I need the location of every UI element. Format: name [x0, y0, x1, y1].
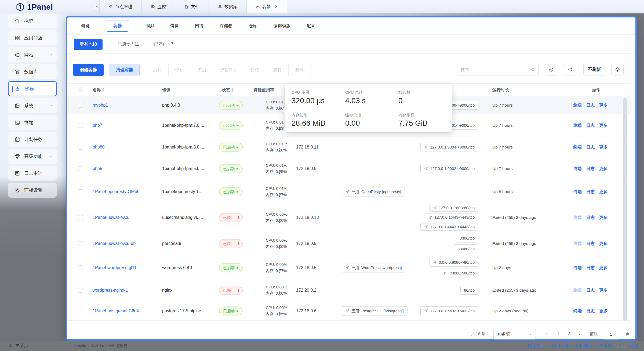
- sidebar-item-高级功能[interactable]: 高级功能: [8, 149, 57, 164]
- container-name-link[interactable]: php5: [93, 166, 160, 171]
- sidebar-item-终端[interactable]: 终端: [8, 115, 57, 130]
- terminal-link[interactable]: 终端: [573, 287, 582, 293]
- row-checkbox[interactable]: [78, 215, 83, 220]
- logs-link[interactable]: 日志: [586, 241, 595, 246]
- app-tag[interactable]: 应用: PostgreSQL [postgresql]: [342, 306, 407, 316]
- container-name-link[interactable]: myphp1: [93, 103, 160, 108]
- more-link[interactable]: 更多: [599, 122, 607, 128]
- footer-link-专业版[interactable]: 专业版: [599, 343, 612, 349]
- create-container-button[interactable]: 创建容器: [73, 64, 104, 76]
- terminal-link[interactable]: 终端: [573, 144, 582, 150]
- tab-镜像[interactable]: 镜像: [170, 23, 179, 29]
- logs-link[interactable]: 日志: [586, 308, 595, 314]
- more-stats-icon[interactable]: [279, 291, 280, 296]
- row-checkbox[interactable]: [78, 309, 83, 313]
- batch-删除-button[interactable]: 删除: [288, 64, 311, 76]
- container-name-link[interactable]: 1Panel-wordpress-gl11: [93, 265, 160, 270]
- terminal-link[interactable]: 终端: [573, 265, 582, 270]
- logs-link[interactable]: 日志: [586, 166, 595, 171]
- logs-link[interactable]: 日志: [586, 265, 595, 270]
- more-link[interactable]: 更多: [599, 166, 607, 171]
- more-stats-icon[interactable]: [279, 170, 280, 174]
- batch-恢复-button[interactable]: 恢复: [266, 64, 288, 76]
- tab-概览[interactable]: 概览: [81, 23, 90, 29]
- terminal-link[interactable]: 终端: [573, 166, 582, 171]
- port-tag[interactable]: :::8080->80/tcp: [439, 269, 478, 277]
- refresh-button[interactable]: [564, 64, 576, 75]
- select-all-checkbox[interactable]: [78, 88, 83, 92]
- logs-link[interactable]: 日志: [586, 287, 595, 293]
- port-tag[interactable]: 127.0.0.1:9004->9000/tcp: [420, 143, 478, 151]
- more-stats-icon[interactable]: [279, 148, 280, 153]
- more-stats-icon[interactable]: [279, 219, 280, 223]
- page-number-2[interactable]: 2: [568, 331, 570, 336]
- container-name-link[interactable]: 1Panel-uuwaf-evxu-db: [93, 241, 160, 246]
- sidebar-item-日志审计[interactable]: 日志审计: [8, 166, 57, 181]
- batch-重启-button[interactable]: 重启: [191, 64, 213, 76]
- tab-配置[interactable]: 配置: [307, 23, 315, 29]
- goto-page-input[interactable]: [603, 329, 619, 339]
- filter-已启动[interactable]: 已启动 * 11: [118, 42, 139, 47]
- more-link[interactable]: 更多: [599, 265, 607, 270]
- page-size-select[interactable]: 10条/页: [493, 329, 536, 339]
- sidebar-item-容器[interactable]: 容器: [8, 81, 57, 96]
- terminal-link[interactable]: 终端: [573, 215, 582, 220]
- container-name-link[interactable]: wordpress-nginx-1: [93, 288, 160, 293]
- sidebar-item-系统[interactable]: 系统: [8, 98, 57, 113]
- more-link[interactable]: 更多: [599, 144, 607, 150]
- row-checkbox[interactable]: [78, 189, 83, 194]
- footer-link-项目地址[interactable]: 项目地址: [576, 343, 592, 349]
- filter-已停止[interactable]: 已停止 * 7: [154, 42, 173, 47]
- container-name-link[interactable]: php7: [93, 123, 160, 128]
- tab-编排模版[interactable]: 编排模版: [273, 23, 290, 29]
- port-tag[interactable]: 127.0.0.1:443->443/tcp: [425, 214, 478, 221]
- row-checkbox[interactable]: [78, 103, 83, 108]
- close-icon[interactable]: ×: [275, 4, 278, 9]
- more-stats-icon[interactable]: [279, 269, 280, 273]
- more-stats-icon[interactable]: [279, 126, 280, 131]
- logs-link[interactable]: 日志: [586, 215, 595, 220]
- top-tab-文件[interactable]: 文件: [175, 0, 209, 13]
- more-link[interactable]: 更多: [599, 241, 607, 246]
- tab-网络[interactable]: 网络: [195, 23, 203, 29]
- filter-所有[interactable]: 所有 * 18: [74, 39, 103, 50]
- container-name-link[interactable]: php80: [93, 145, 160, 150]
- top-tab-容器[interactable]: 容器×: [247, 0, 287, 13]
- row-checkbox[interactable]: [78, 241, 83, 246]
- app-tag[interactable]: 应用: OpenResty [openresty]: [342, 187, 405, 196]
- sidebar-item-应用商店[interactable]: 应用商店: [8, 30, 57, 45]
- more-link[interactable]: 更多: [599, 308, 607, 314]
- prune-container-button[interactable]: 清理容器: [110, 64, 140, 76]
- more-stats-icon[interactable]: [279, 193, 280, 197]
- tab-存储卷[interactable]: 存储卷: [220, 23, 232, 29]
- more-stats-icon[interactable]: [279, 245, 280, 249]
- column-visibility-button[interactable]: [545, 64, 557, 75]
- more-stats-icon[interactable]: [279, 312, 280, 316]
- terminal-link[interactable]: 终端: [573, 189, 582, 194]
- table-scrollbar[interactable]: [623, 98, 627, 321]
- footer-link-论坛求助[interactable]: 论坛求助: [528, 343, 544, 349]
- tab-仓库[interactable]: 仓库: [249, 23, 257, 29]
- row-checkbox[interactable]: [78, 123, 83, 128]
- batch-停止-button[interactable]: 停止: [168, 64, 191, 76]
- more-stats-icon[interactable]: [279, 106, 280, 111]
- terminal-link[interactable]: 终端: [573, 102, 582, 108]
- row-checkbox[interactable]: [78, 166, 83, 171]
- header-status[interactable]: 状态: [222, 87, 234, 93]
- terminal-link[interactable]: 终端: [573, 308, 582, 314]
- logs-link[interactable]: 日志: [586, 122, 595, 128]
- logs-link[interactable]: 日志: [586, 102, 595, 108]
- port-tag[interactable]: 127.0.0.1:80->80/tcp: [429, 204, 478, 212]
- row-checkbox[interactable]: [78, 145, 83, 150]
- tab-编排[interactable]: 编排: [145, 23, 154, 29]
- header-name[interactable]: 名称: [93, 87, 104, 93]
- auto-refresh-select[interactable]: 不刷新: [583, 64, 605, 75]
- current-node-selector[interactable]: 主节点: [8, 343, 28, 349]
- logs-link[interactable]: 日志: [586, 144, 595, 150]
- row-checkbox[interactable]: [78, 265, 83, 270]
- sidebar-item-面板设置[interactable]: 面板设置: [8, 183, 57, 198]
- batch-启动-button[interactable]: 启动: [146, 64, 168, 76]
- terminal-link[interactable]: 终端: [573, 122, 582, 128]
- page-number-1[interactable]: 1: [558, 331, 560, 336]
- next-page-button[interactable]: ›: [578, 331, 580, 337]
